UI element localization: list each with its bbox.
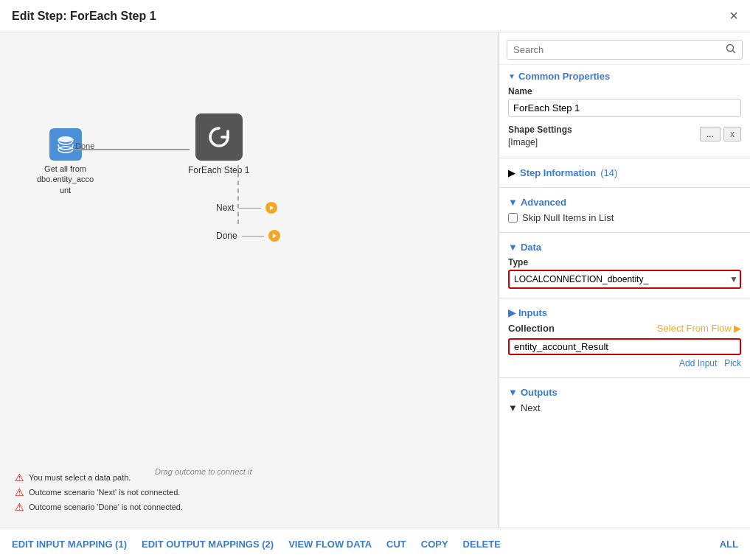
error-icon-2: ⚠ bbox=[15, 486, 24, 498]
title-bar: Edit Step: ForEach Step 1 × bbox=[0, 0, 750, 32]
foreach-icon bbox=[195, 113, 243, 161]
shape-x-button[interactable]: x bbox=[723, 127, 741, 141]
svg-point-4 bbox=[727, 45, 734, 52]
select-from-flow-arrow: ▶ bbox=[734, 323, 741, 334]
pick-button[interactable]: Pick bbox=[724, 358, 741, 368]
bottom-bar: EDIT INPUT MAPPING (1) EDIT OUTPUT MAPPI… bbox=[0, 528, 750, 560]
canvas: Get all from dbo.entity_acco unt Done Fo… bbox=[0, 32, 499, 528]
error-text-3: Outcome scenario 'Done' is not connected… bbox=[29, 503, 183, 511]
copy-button[interactable]: COPY bbox=[421, 536, 448, 553]
shape-value: [Image] bbox=[508, 137, 572, 147]
common-properties-section: ▼ Common Properties Name Shape Settings … bbox=[499, 65, 750, 153]
collection-row: Collection Select From Flow ▶ bbox=[508, 323, 741, 334]
common-properties-triangle: ▼ bbox=[508, 72, 515, 80]
outcome-done: Done bbox=[216, 230, 280, 242]
skip-null-label: Skip Null Items in List bbox=[522, 212, 614, 223]
next-label: Next bbox=[521, 402, 541, 413]
advanced-label: Advanced bbox=[521, 197, 566, 208]
next-triangle: ▼ bbox=[508, 402, 518, 413]
outputs-triangle: ▼ bbox=[508, 387, 518, 398]
outcome-next: Next bbox=[216, 202, 280, 214]
next-dot[interactable] bbox=[265, 202, 277, 214]
common-properties-label: Common Properties bbox=[518, 71, 610, 82]
select-from-flow[interactable]: Select From Flow ▶ bbox=[657, 323, 741, 334]
done-dot[interactable] bbox=[268, 230, 280, 242]
error-item-1: ⚠ You must select a data path. bbox=[15, 472, 183, 483]
page-title: Edit Step: ForEach Step 1 bbox=[12, 10, 156, 23]
foreach-node-label: ForEach Step 1 bbox=[188, 165, 249, 175]
step-count: (14) bbox=[600, 167, 617, 178]
view-flow-data-button[interactable]: VIEW FLOW DATA bbox=[288, 536, 372, 553]
type-select-wrap: LOCALCONNECTION_dboentity_ ▼ bbox=[508, 270, 741, 289]
collection-input-wrap bbox=[508, 338, 741, 355]
close-button[interactable]: × bbox=[729, 7, 738, 24]
data-header[interactable]: ▼ Data bbox=[508, 242, 741, 253]
delete-button[interactable]: DELETE bbox=[463, 536, 501, 553]
svg-line-5 bbox=[733, 51, 736, 54]
outcome-done-line bbox=[242, 236, 264, 237]
step-info-label: Step Information bbox=[520, 167, 596, 178]
name-label: Name bbox=[508, 86, 741, 97]
error-text-1: You must select a data path. bbox=[29, 473, 131, 482]
shape-buttons: ... x bbox=[700, 127, 741, 141]
search-input-wrap bbox=[507, 40, 743, 60]
outcomes-area: Next Done bbox=[216, 202, 280, 242]
advanced-header[interactable]: ▼ Advanced bbox=[508, 197, 741, 208]
shape-settings-label: Shape Settings bbox=[508, 125, 572, 135]
search-input[interactable] bbox=[507, 41, 720, 59]
svg-point-0 bbox=[58, 136, 73, 142]
canvas-inner: Get all from dbo.entity_acco unt Done Fo… bbox=[7, 40, 491, 520]
svg-marker-3 bbox=[273, 234, 277, 238]
error-icon-3: ⚠ bbox=[15, 501, 24, 513]
db-node[interactable]: Get all from dbo.entity_acco unt bbox=[37, 128, 94, 195]
error-list: ⚠ You must select a data path. ⚠ Outcome… bbox=[15, 472, 183, 513]
foreach-node[interactable]: ForEach Step 1 bbox=[188, 113, 249, 175]
add-input-button[interactable]: Add Input bbox=[679, 358, 717, 368]
search-bar bbox=[499, 32, 750, 65]
error-icon-1: ⚠ bbox=[15, 472, 24, 483]
next-output-row[interactable]: ▼ Next bbox=[508, 402, 741, 413]
connector-line bbox=[72, 149, 190, 150]
all-button[interactable]: ALL bbox=[720, 536, 738, 553]
step-info-triangle: ▶ bbox=[508, 167, 515, 178]
add-pick-row: Add Input Pick bbox=[508, 358, 741, 368]
data-triangle: ▼ bbox=[508, 242, 518, 253]
shape-dots-button[interactable]: ... bbox=[700, 127, 721, 141]
error-text-2: Outcome scenario 'Next' is not connected… bbox=[29, 488, 180, 497]
outcome-next-label: Next bbox=[216, 203, 235, 213]
outputs-label: Outputs bbox=[521, 387, 558, 398]
data-label: Data bbox=[521, 242, 541, 253]
modal: Edit Step: ForEach Step 1 × Get all bbox=[0, 0, 750, 560]
shape-settings-info: Shape Settings [Image] bbox=[508, 120, 572, 147]
advanced-triangle: ▼ bbox=[508, 197, 518, 208]
step-information-header[interactable]: ▶ Step Information (14) bbox=[499, 163, 750, 183]
outputs-section: ▼ Outputs ▼ Next bbox=[499, 382, 750, 418]
skip-null-checkbox[interactable] bbox=[508, 213, 518, 223]
inputs-section: ▶ Inputs Collection Select From Flow ▶ A… bbox=[499, 303, 750, 373]
inputs-label: Inputs bbox=[518, 307, 547, 318]
error-item-2: ⚠ Outcome scenario 'Next' is not connect… bbox=[15, 486, 183, 498]
edit-input-mapping-button[interactable]: EDIT INPUT MAPPING (1) bbox=[12, 536, 127, 553]
type-label: Type bbox=[508, 257, 741, 267]
shape-settings-row: Shape Settings [Image] ... x bbox=[508, 120, 741, 147]
type-select[interactable]: LOCALCONNECTION_dboentity_ bbox=[508, 270, 741, 289]
advanced-section: ▼ Advanced Skip Null Items in List bbox=[499, 192, 750, 228]
collection-input[interactable] bbox=[514, 341, 632, 352]
inputs-triangle: ▶ bbox=[508, 307, 515, 318]
cut-button[interactable]: CUT bbox=[386, 536, 406, 553]
db-node-label: Get all from dbo.entity_acco unt bbox=[37, 164, 94, 195]
svg-marker-2 bbox=[270, 206, 274, 210]
outputs-header[interactable]: ▼ Outputs bbox=[508, 387, 741, 398]
data-section: ▼ Data Type LOCALCONNECTION_dboentity_ ▼ bbox=[499, 237, 750, 293]
skip-null-row: Skip Null Items in List bbox=[508, 212, 741, 223]
inputs-header[interactable]: ▶ Inputs bbox=[508, 307, 741, 318]
common-properties-header[interactable]: ▼ Common Properties bbox=[508, 71, 741, 82]
collection-label: Collection bbox=[508, 323, 555, 334]
outcome-next-line bbox=[239, 208, 261, 209]
content-area: Get all from dbo.entity_acco unt Done Fo… bbox=[0, 32, 750, 528]
right-panel: ▼ Common Properties Name Shape Settings … bbox=[499, 32, 750, 528]
search-icon bbox=[720, 43, 742, 56]
name-input[interactable] bbox=[508, 99, 741, 117]
outcome-done-label: Done bbox=[216, 231, 237, 241]
edit-output-mappings-button[interactable]: EDIT OUTPUT MAPPINGS (2) bbox=[142, 536, 274, 553]
